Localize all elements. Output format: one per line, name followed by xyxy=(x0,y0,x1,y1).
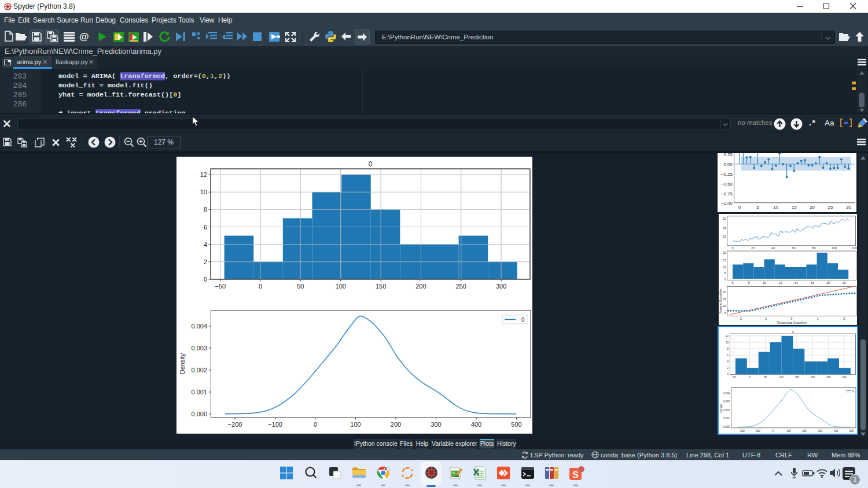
svg-text:200: 200 xyxy=(415,283,426,290)
svg-text:300: 300 xyxy=(818,430,823,432)
svg-text:0: 0 xyxy=(790,317,792,320)
svg-text:80: 80 xyxy=(812,246,815,250)
svg-text:6: 6 xyxy=(204,224,207,231)
svg-text:100: 100 xyxy=(832,246,837,250)
svg-text:0.002: 0.002 xyxy=(723,409,730,412)
svg-text:−200: −200 xyxy=(739,430,745,432)
svg-text:0.003: 0.003 xyxy=(723,400,730,403)
svg-text:300: 300 xyxy=(496,283,506,290)
svg-text:20: 20 xyxy=(723,217,726,220)
svg-text:Theoretical Quantiles: Theoretical Quantiles xyxy=(777,321,807,324)
svg-text:−100: −100 xyxy=(268,421,282,428)
svg-text:15: 15 xyxy=(792,205,797,210)
svg-text:0.00: 0.00 xyxy=(723,162,733,167)
svg-text:0.000: 0.000 xyxy=(723,426,730,428)
svg-text:8: 8 xyxy=(748,281,749,284)
svg-text:−1: −1 xyxy=(763,317,767,320)
svg-text:12: 12 xyxy=(779,281,782,284)
svg-text:250: 250 xyxy=(826,376,831,379)
svg-text:−0.50: −0.50 xyxy=(721,182,733,187)
svg-text:6: 6 xyxy=(727,354,729,357)
svg-text:30: 30 xyxy=(846,205,851,210)
svg-text:0.004: 0.004 xyxy=(191,323,207,330)
svg-text:100: 100 xyxy=(779,376,784,379)
svg-text:0: 0 xyxy=(259,283,262,290)
svg-text:−50: −50 xyxy=(215,283,226,290)
svg-text:0.000: 0.000 xyxy=(191,411,207,417)
svg-text:0.25: 0.25 xyxy=(723,153,733,157)
svg-text:10: 10 xyxy=(723,304,726,308)
svg-text:250: 250 xyxy=(456,283,466,290)
svg-text:5: 5 xyxy=(756,205,759,210)
svg-text:200: 200 xyxy=(802,430,807,432)
svg-text:0: 0 xyxy=(727,373,729,376)
svg-text:12: 12 xyxy=(726,335,729,338)
svg-text:12: 12 xyxy=(200,171,207,178)
svg-text:50: 50 xyxy=(297,283,304,290)
svg-text:10: 10 xyxy=(200,188,207,195)
svg-text:150: 150 xyxy=(376,283,386,290)
svg-text:10: 10 xyxy=(763,281,766,284)
svg-text:−100: −100 xyxy=(755,430,761,432)
svg-text:0: 0 xyxy=(369,160,373,168)
svg-text:60: 60 xyxy=(792,246,795,250)
svg-text:0: 0 xyxy=(731,246,733,250)
svg-text:120: 120 xyxy=(852,246,857,250)
svg-text:0.001: 0.001 xyxy=(723,417,730,420)
svg-text:0.003: 0.003 xyxy=(191,345,207,352)
svg-text:0: 0 xyxy=(792,330,793,334)
svg-text:0.001: 0.001 xyxy=(191,389,207,395)
svg-text:8: 8 xyxy=(204,206,207,213)
svg-text:−1.00: −1.00 xyxy=(721,201,733,206)
svg-text:0: 0 xyxy=(521,317,525,323)
svg-text:Density: Density xyxy=(720,404,723,413)
svg-text:20: 20 xyxy=(751,246,755,250)
svg-text:−50: −50 xyxy=(731,376,736,379)
svg-text:−200: −200 xyxy=(228,421,242,428)
svg-text:Density: Density xyxy=(179,353,186,374)
svg-text:−0.75: −0.75 xyxy=(721,191,733,197)
svg-text:−2: −2 xyxy=(738,317,742,320)
svg-text:4: 4 xyxy=(204,241,207,248)
svg-text:15: 15 xyxy=(723,258,726,262)
svg-text:10: 10 xyxy=(726,341,729,344)
svg-text:18: 18 xyxy=(826,281,830,284)
svg-text:500: 500 xyxy=(849,430,854,432)
svg-text:0: 0 xyxy=(749,376,751,379)
svg-text:300: 300 xyxy=(842,376,847,379)
svg-text:S: S xyxy=(572,470,579,480)
svg-text:0: 0 xyxy=(204,276,207,283)
svg-text:100: 100 xyxy=(786,430,791,432)
svg-text:16: 16 xyxy=(811,281,814,284)
svg-text:300: 300 xyxy=(431,421,441,428)
svg-text:−0.25: −0.25 xyxy=(721,172,733,177)
svg-text:40: 40 xyxy=(771,246,775,250)
svg-text:200: 200 xyxy=(391,421,401,428)
svg-text:2: 2 xyxy=(204,258,207,265)
svg-text:Sample Quantiles: Sample Quantiles xyxy=(719,289,722,314)
svg-text:8: 8 xyxy=(727,347,729,350)
svg-text:2: 2 xyxy=(727,367,729,369)
svg-text:0.002: 0.002 xyxy=(191,367,207,374)
svg-text:20: 20 xyxy=(843,281,846,284)
svg-text:10: 10 xyxy=(723,235,726,238)
svg-text:5: 5 xyxy=(724,271,726,275)
svg-text:1: 1 xyxy=(817,317,819,320)
svg-text:4: 4 xyxy=(727,360,729,363)
svg-text:20: 20 xyxy=(810,205,815,210)
svg-text:0: 0 xyxy=(314,421,317,428)
svg-text:15: 15 xyxy=(723,226,726,230)
svg-text:10: 10 xyxy=(723,265,726,269)
svg-text:6: 6 xyxy=(731,281,733,284)
svg-text:0: 0 xyxy=(738,205,741,210)
svg-text:10: 10 xyxy=(773,205,778,210)
svg-text:100: 100 xyxy=(350,421,361,428)
svg-text:25: 25 xyxy=(828,205,833,210)
svg-text:500: 500 xyxy=(511,421,521,428)
svg-text:0: 0 xyxy=(773,430,774,432)
svg-text:150: 150 xyxy=(795,376,799,379)
svg-text:100: 100 xyxy=(336,283,346,290)
svg-text:400: 400 xyxy=(471,421,481,428)
svg-text:20: 20 xyxy=(723,290,726,294)
svg-text:0.004: 0.004 xyxy=(723,392,730,395)
